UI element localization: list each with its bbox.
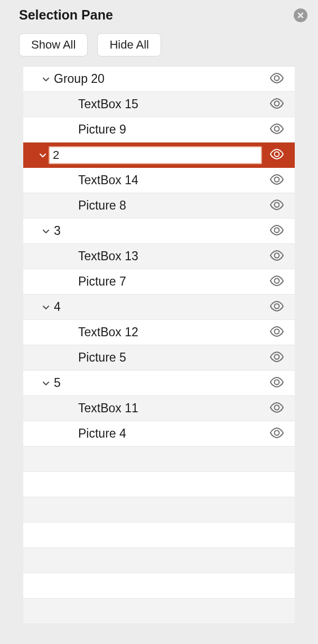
- item-label: Picture 8: [78, 198, 268, 213]
- item-label: Picture 5: [78, 351, 268, 365]
- eye-icon: [269, 174, 284, 187]
- visibility-toggle[interactable]: [268, 273, 285, 290]
- group-label: Group 20: [52, 72, 268, 86]
- list-item[interactable]: TextBox 15: [23, 92, 295, 117]
- svg-point-3: [275, 152, 279, 157]
- group-header[interactable]: 4: [23, 295, 295, 320]
- eye-icon: [269, 402, 284, 415]
- show-all-button[interactable]: Show All: [19, 33, 88, 56]
- svg-point-10: [275, 329, 279, 334]
- group-header[interactable]: 3: [23, 219, 295, 244]
- eye-icon: [269, 428, 284, 440]
- svg-point-1: [275, 101, 279, 106]
- list-item[interactable]: TextBox 14: [23, 168, 295, 193]
- svg-point-2: [275, 126, 279, 131]
- visibility-toggle[interactable]: [268, 71, 285, 88]
- chevron-down-icon[interactable]: [40, 73, 52, 85]
- eye-icon: [269, 124, 284, 136]
- visibility-toggle[interactable]: [268, 147, 285, 164]
- item-label: TextBox 15: [78, 97, 268, 111]
- item-label: TextBox 14: [78, 173, 268, 187]
- object-list: Group 20TextBox 15Picture 9TextBox 14Pic…: [23, 66, 295, 624]
- visibility-toggle[interactable]: [268, 96, 285, 113]
- eye-icon: [269, 250, 284, 263]
- group-header[interactable]: 5: [23, 371, 295, 396]
- empty-row: [23, 573, 295, 599]
- item-label: Picture 4: [78, 427, 268, 441]
- eye-icon: [269, 98, 284, 111]
- group-label: 5: [52, 376, 268, 390]
- eye-icon: [269, 326, 284, 339]
- hide-all-button[interactable]: Hide All: [97, 33, 161, 56]
- visibility-toggle[interactable]: [268, 299, 285, 316]
- empty-row: [23, 599, 295, 624]
- item-label: Picture 7: [78, 274, 268, 289]
- visibility-toggle[interactable]: [268, 425, 285, 442]
- chevron-down-icon[interactable]: [40, 377, 52, 389]
- list-item[interactable]: Picture 4: [23, 421, 295, 447]
- group-header-selected[interactable]: [23, 143, 295, 168]
- visibility-toggle[interactable]: [268, 223, 285, 240]
- item-label: TextBox 13: [78, 249, 268, 263]
- svg-point-9: [275, 304, 279, 308]
- empty-row: [23, 548, 295, 573]
- visibility-toggle[interactable]: [268, 349, 285, 366]
- eye-icon: [269, 200, 284, 212]
- group-header[interactable]: Group 20: [23, 67, 295, 92]
- visibility-toggle[interactable]: [268, 400, 285, 417]
- svg-point-12: [275, 380, 279, 384]
- list-item[interactable]: TextBox 11: [23, 396, 295, 421]
- empty-row: [23, 472, 295, 497]
- eye-icon: [269, 276, 284, 288]
- svg-point-14: [275, 430, 279, 435]
- chevron-down-icon[interactable]: [37, 149, 49, 161]
- visibility-toggle[interactable]: [268, 248, 285, 265]
- visibility-toggle[interactable]: [268, 375, 285, 392]
- svg-point-8: [275, 278, 279, 283]
- svg-point-13: [275, 405, 279, 410]
- svg-point-4: [275, 177, 279, 182]
- selection-pane: Selection Pane Show All Hide All Group 2…: [0, 0, 318, 644]
- list-item[interactable]: Picture 5: [23, 345, 295, 371]
- list-item[interactable]: Picture 8: [23, 193, 295, 219]
- rename-input[interactable]: [49, 146, 262, 164]
- group-label: 3: [52, 224, 268, 238]
- svg-point-6: [275, 228, 279, 232]
- chevron-down-icon[interactable]: [40, 225, 52, 237]
- empty-row: [23, 497, 295, 523]
- pane-title: Selection Pane: [19, 7, 113, 23]
- empty-row: [23, 447, 295, 472]
- eye-icon: [269, 377, 284, 390]
- svg-point-5: [275, 202, 279, 207]
- eye-icon: [269, 352, 284, 364]
- eye-icon: [269, 149, 284, 162]
- toolbar: Show All Hide All: [0, 29, 318, 66]
- pane-header: Selection Pane: [0, 0, 318, 29]
- list-item[interactable]: TextBox 12: [23, 320, 295, 345]
- eye-icon: [269, 73, 284, 86]
- group-label: 4: [52, 300, 268, 314]
- svg-point-0: [275, 75, 279, 80]
- eye-icon: [269, 301, 284, 314]
- list-item[interactable]: Picture 7: [23, 269, 295, 295]
- item-label: TextBox 11: [78, 401, 268, 415]
- close-icon: [297, 12, 304, 18]
- svg-point-11: [275, 354, 279, 359]
- close-button[interactable]: [294, 8, 307, 22]
- visibility-toggle[interactable]: [268, 324, 285, 341]
- item-label: Picture 9: [78, 122, 268, 137]
- chevron-down-icon[interactable]: [40, 301, 52, 313]
- list-item[interactable]: Picture 9: [23, 117, 295, 143]
- visibility-toggle[interactable]: [268, 197, 285, 214]
- svg-point-7: [275, 253, 279, 258]
- list-item[interactable]: TextBox 13: [23, 244, 295, 269]
- visibility-toggle[interactable]: [268, 121, 285, 138]
- eye-icon: [269, 225, 284, 238]
- visibility-toggle[interactable]: [268, 172, 285, 189]
- item-label: TextBox 12: [78, 325, 268, 339]
- empty-row: [23, 523, 295, 548]
